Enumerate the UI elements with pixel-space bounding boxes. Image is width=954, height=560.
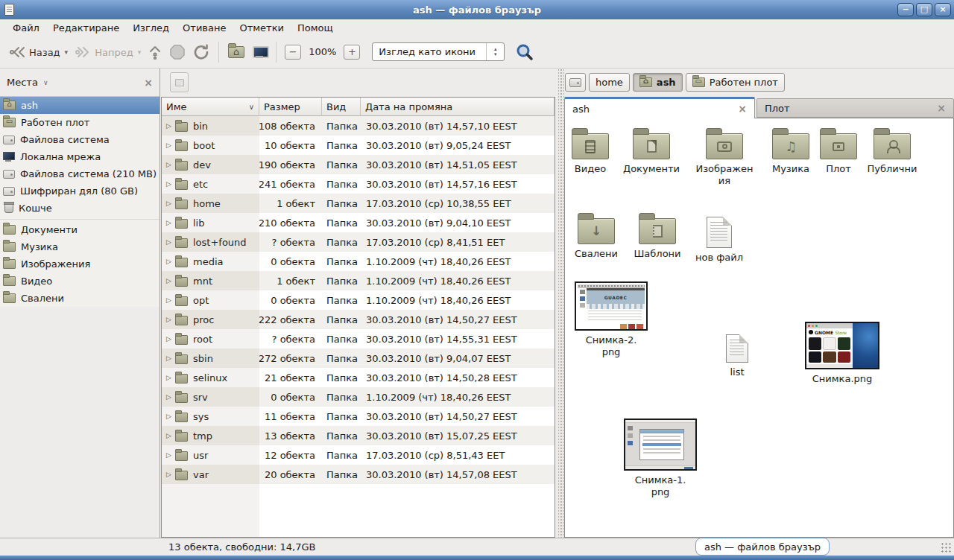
sidebar-item-documents[interactable]: Документи xyxy=(0,221,159,238)
resize-grip[interactable] xyxy=(941,542,953,554)
tab-desktop[interactable]: Плот × xyxy=(756,98,954,118)
tab-ash[interactable]: ash × xyxy=(564,97,755,118)
path-root-button[interactable] xyxy=(565,73,586,92)
sidebar-item-downloads[interactable]: Свалени xyxy=(0,290,159,307)
sidebar-title[interactable]: Места xyxy=(7,77,38,88)
home-button[interactable] xyxy=(224,43,248,61)
expander-icon[interactable]: ▷ xyxy=(164,316,174,323)
sidebar-item-videos[interactable]: Видео xyxy=(0,273,159,290)
file-item-snimka1[interactable]: Снимка-1.png xyxy=(622,419,698,498)
table-row[interactable]: ▷ media 0 обекта Папка 1.10.2009 (чт) 18… xyxy=(162,252,555,271)
menu-item[interactable]: Редактиране xyxy=(46,21,126,35)
forward-button[interactable]: Напред ▾ xyxy=(72,43,145,61)
table-row[interactable]: ▷ lib 210 обекта Папка 30.03.2010 (вт) 9… xyxy=(162,213,555,232)
expander-icon[interactable]: ▷ xyxy=(164,393,174,401)
up-button[interactable] xyxy=(145,42,165,63)
close-button[interactable]: × xyxy=(935,3,951,16)
expander-icon[interactable]: ▷ xyxy=(164,471,174,478)
sidebar-item-desktop[interactable]: Работен плот xyxy=(0,114,159,131)
table-row[interactable]: ▷ var 20 обекта Папка 30.03.2010 (вт) 14… xyxy=(162,465,555,484)
file-item-new-file[interactable]: нов файл xyxy=(683,212,755,264)
maximize-button[interactable]: □ xyxy=(916,3,932,16)
table-row[interactable]: ▷ usr 12 обекта Папка 17.03.2010 (ср) 8,… xyxy=(162,445,555,465)
view-mode-select[interactable]: Изглед като икони ▴ ▾ xyxy=(372,42,505,61)
sidebar-item-network[interactable]: Локална мрежа xyxy=(0,148,159,165)
path-home-button[interactable]: home xyxy=(589,73,630,92)
menu-item[interactable]: Отметки xyxy=(233,21,290,35)
folder-item-public[interactable]: Публични xyxy=(856,127,928,175)
stop-button[interactable] xyxy=(165,41,189,63)
expander-icon[interactable]: ▷ xyxy=(164,258,174,265)
table-row[interactable]: ▷ root ? обекта Папка 30.03.2010 (вт) 14… xyxy=(162,329,555,349)
table-row[interactable]: ▷ proc 222 обекта Папка 30.03.2010 (вт) … xyxy=(162,310,555,329)
zoom-out-button[interactable]: − xyxy=(285,45,301,60)
column-header-size[interactable]: Размер xyxy=(259,98,322,116)
zoom-in-button[interactable]: + xyxy=(344,45,360,60)
expander-icon[interactable]: ▷ xyxy=(164,354,174,362)
sidebar-item-music[interactable]: Музика xyxy=(0,238,159,255)
table-row[interactable]: ▷ sys 11 обекта Папка 30.03.2010 (вт) 14… xyxy=(162,407,555,426)
sidebar-item-trash[interactable]: Кошче xyxy=(0,200,159,217)
file-item-snimka[interactable]: GNOME Store Снимка.png xyxy=(804,322,880,385)
file-item-list[interactable]: list xyxy=(701,330,773,378)
table-row[interactable]: ▷ lost+found ? обекта Папка 17.03.2010 (… xyxy=(162,232,555,252)
sidebar-close-icon[interactable]: × xyxy=(144,77,153,89)
sidebar-item-encrypted[interactable]: Шифриран дял (80 GB) xyxy=(0,182,159,200)
sidebar-chevron-icon[interactable]: ∨ xyxy=(42,79,48,86)
folder-item-templates[interactable]: Шаблони xyxy=(622,212,693,260)
expander-icon[interactable]: ▷ xyxy=(164,238,174,246)
expander-icon[interactable]: ▷ xyxy=(164,180,174,188)
menu-item[interactable]: Отиване xyxy=(176,21,233,35)
expander-icon[interactable]: ▷ xyxy=(164,374,174,381)
expander-icon[interactable]: ▷ xyxy=(164,200,174,207)
expander-icon[interactable]: ▷ xyxy=(164,335,174,343)
sidebar-item-pictures[interactable]: Изображения xyxy=(0,255,159,273)
reload-button[interactable] xyxy=(189,41,213,63)
search-button[interactable] xyxy=(512,40,537,64)
expander-icon[interactable]: ▷ xyxy=(164,413,174,420)
table-row[interactable]: ▷ srv 0 обекта Папка 1.10.2009 (чт) 18,4… xyxy=(162,387,555,407)
folder-item-pictures[interactable]: Изображения xyxy=(689,127,760,187)
table-row[interactable]: ▷ bin 108 обекта Папка 30.03.2010 (вт) 1… xyxy=(162,116,555,136)
table-row[interactable]: ▷ mnt 1 обект Папка 1.10.2009 (чт) 18,40… xyxy=(162,271,555,290)
expander-icon[interactable]: ▷ xyxy=(164,219,174,226)
column-header-date[interactable]: Дата на промяна xyxy=(361,98,555,116)
expander-icon[interactable]: ▷ xyxy=(164,141,174,149)
expander-icon[interactable]: ▷ xyxy=(164,161,174,168)
table-row[interactable]: ▷ tmp 13 обекта Папка 30.03.2010 (вт) 15… xyxy=(162,426,555,445)
table-row[interactable]: ▷ boot 10 обекта Папка 30.03.2010 (вт) 9… xyxy=(162,136,555,155)
folder-item-documents[interactable]: Документи xyxy=(616,127,687,175)
menu-item[interactable]: Изглед xyxy=(126,21,176,35)
back-history-caret-icon[interactable]: ▾ xyxy=(63,48,69,56)
sidebar-item-filesystem-210[interactable]: Файлова система (210 MB) xyxy=(0,165,159,182)
expander-icon[interactable]: ▷ xyxy=(164,122,174,130)
menu-item[interactable]: Помощ xyxy=(291,21,340,35)
menu-item[interactable]: Файл xyxy=(6,21,46,35)
table-row[interactable]: ▷ opt 0 обекта Папка 1.10.2009 (чт) 18,4… xyxy=(162,290,555,310)
icon-view[interactable]: Видео Документи Изображения ♫ Музика Пло… xyxy=(564,118,954,538)
column-header-type[interactable]: Вид xyxy=(322,98,361,116)
expander-icon[interactable]: ▷ xyxy=(164,432,174,439)
table-row[interactable]: ▷ home 1 обект Папка 17.03.2010 (ср) 10,… xyxy=(162,194,555,213)
table-row[interactable]: ▷ sbin 272 обекта Папка 30.03.2010 (вт) … xyxy=(162,349,555,368)
column-header-name[interactable]: Име ∨ xyxy=(162,98,259,116)
pane-splitter[interactable] xyxy=(558,69,564,538)
expander-icon[interactable]: ▷ xyxy=(164,451,174,459)
expander-icon[interactable]: ▷ xyxy=(164,296,174,304)
sidebar-item-filesystem[interactable]: Файлова система xyxy=(0,131,159,148)
path-desktop-button[interactable]: Работен плот xyxy=(686,73,785,92)
minimize-button[interactable]: − xyxy=(897,3,914,16)
file-item-snimka2[interactable]: GUADEC Снимка-2.png xyxy=(573,281,649,358)
view-mode-spinner-icon[interactable]: ▴ ▾ xyxy=(486,43,504,60)
table-row[interactable]: ▷ etc 241 обекта Папка 30.03.2010 (вт) 1… xyxy=(162,174,555,194)
tab-close-icon[interactable]: × xyxy=(937,102,946,114)
table-row[interactable]: ▷ selinux 21 обекта Папка 30.03.2010 (вт… xyxy=(162,368,555,387)
sidebar-item-ash[interactable]: ash xyxy=(0,97,159,114)
back-button[interactable]: Назад ▾ xyxy=(6,43,72,61)
path-ash-button[interactable]: ash xyxy=(633,73,683,92)
location-mini-button[interactable] xyxy=(170,72,189,92)
tab-close-icon[interactable]: × xyxy=(738,103,747,115)
computer-button[interactable] xyxy=(248,43,271,61)
table-row[interactable]: ▷ dev 190 обекта Папка 30.03.2010 (вт) 1… xyxy=(162,155,555,174)
expander-icon[interactable]: ▷ xyxy=(164,277,174,284)
